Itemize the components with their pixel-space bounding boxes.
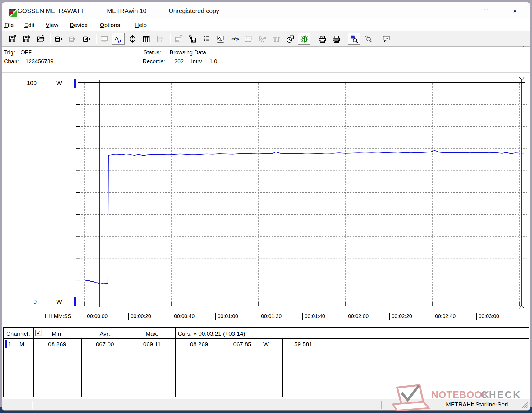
svg-text:=f(x): =f(x) [231,37,238,41]
license-label: Unregistered copy [169,2,219,19]
write-device-icon [68,35,77,43]
toolbar-separator [94,33,98,45]
xy-chart-icon [128,35,137,43]
status-bar-divider [381,401,382,409]
monitor-view-button[interactable] [214,33,227,45]
read-memory-button[interactable]: M [80,33,93,45]
minimize-button[interactable] [451,6,464,17]
print-icon [332,35,341,43]
menu-item-view[interactable]: View [46,19,58,31]
svg-text:M: M [84,38,87,41]
xy-chart-button[interactable] [126,33,139,45]
records-value: 202 [174,58,184,65]
cursor1-value: 08.269 [175,341,223,348]
maximize-button[interactable] [479,6,493,17]
histogram-icon [156,35,165,43]
chan-value: 123456789 [25,58,53,65]
cursor2-value: 067.85 [223,341,262,348]
menu-item-device[interactable]: Device [70,19,88,31]
formula-fx-button[interactable]: =f(x) [228,33,241,45]
resize-grip[interactable] [521,402,528,409]
numeric-panel-icon: 321 [244,35,253,43]
numeric-panel-button: 321 [242,33,255,45]
col-header-cursor: Curs: » 00:03:21 (+03:14) [178,330,245,337]
print-button[interactable] [330,33,342,45]
status-value: Browsing Data [170,49,206,56]
table-header-divider [4,338,529,339]
annotation-icon: 123 [382,35,391,43]
export-data-icon [174,35,183,43]
svg-text:321: 321 [246,37,250,40]
device-name-label: METRAHit Starline-Seri [446,401,508,408]
app-logo-icon [9,9,18,18]
zoom-signal-button[interactable] [348,33,360,45]
table-separator [175,328,176,397]
status-label: Status: [144,49,161,56]
app-name-title: METRAwin 10 [107,2,146,19]
numeric-display-icon: 1257 [100,35,109,43]
value-list-button[interactable] [200,33,213,45]
menu-bar: FileEditViewDeviceOptionsHelp [2,19,530,31]
clock-sync-button[interactable]: 12 [284,33,296,45]
value-list-icon [202,35,211,43]
print-preview-icon [318,35,327,43]
waveform-chart-icon [114,35,123,43]
histogram-button [154,33,167,45]
write-device-button [66,33,79,45]
channel-statistics-table: Channel: ✓ Min: Avr: Max: Curs: » 00:03:… [3,327,529,397]
waveform-chart-button[interactable] [112,33,125,45]
status-bar: METRAHit Starline-Seri [2,399,530,410]
status-bar-divider [32,401,32,409]
interval-label: Intrv. [191,58,203,65]
toolbar-separator [344,33,348,45]
import-data-button[interactable] [186,33,199,45]
debug-bug-button[interactable] [298,33,310,45]
analog-curve-button [256,33,268,45]
extra-value: 59.581 [294,341,312,348]
svg-text:123: 123 [384,37,388,40]
toolbar-separator [48,33,52,45]
analog-curve-icon [258,35,267,43]
trig-value: OFF [21,49,32,56]
open-file-button[interactable] [34,33,47,45]
formula-fx-icon: =f(x) [230,35,239,43]
toolbar-separator [168,33,172,45]
read-device-button[interactable] [52,33,65,45]
toolbar: M1257=f(x)32112123 [2,31,530,47]
app-root: GOSSEN METRAWATT METRAwin 10 Unregistere… [0,0,532,413]
read-device-icon [54,35,63,43]
channel-mode: M [19,341,24,348]
channel-color-bar [5,340,7,348]
zoom-curve-button[interactable] [362,33,374,45]
menu-item-file[interactable]: File [4,19,14,31]
chart-panel: 100 W 0 W HH:MM:SS 00:00:0000:00:2000:00… [2,72,530,327]
avr-value: 067.00 [81,341,129,348]
chart-canvas[interactable] [2,73,530,327]
max-value: 069.11 [129,341,175,348]
print-preview-button[interactable] [316,33,328,45]
menu-item-options[interactable]: Options [100,19,120,31]
svg-text:1257: 1257 [102,37,107,40]
numeric-display-button: 1257 [98,33,111,45]
debug-bug-icon [300,35,309,43]
trig-label: Trig: [4,49,15,56]
close-button[interactable]: ✕ [508,6,522,17]
save-file-as-button[interactable] [20,33,33,45]
minimize-icon [455,11,460,11]
read-memory-icon: M [82,35,91,43]
table-separator [33,328,34,397]
save-file-button[interactable] [6,33,19,45]
pulse-train-icon [272,35,281,43]
table-separator [282,339,283,397]
data-table-button[interactable] [140,33,153,45]
annotation-button[interactable]: 123 [380,33,392,45]
col-header-channel: Channel: [6,330,30,337]
menu-item-edit[interactable]: Edit [24,19,34,31]
menu-item-help[interactable]: Help [135,19,147,31]
monitor-view-icon [216,35,225,43]
pulse-train-button [270,33,282,45]
toolbar-separator [312,33,316,45]
data-table-icon [142,35,151,43]
import-data-icon [188,35,197,43]
chan-label: Chan: [4,58,19,65]
